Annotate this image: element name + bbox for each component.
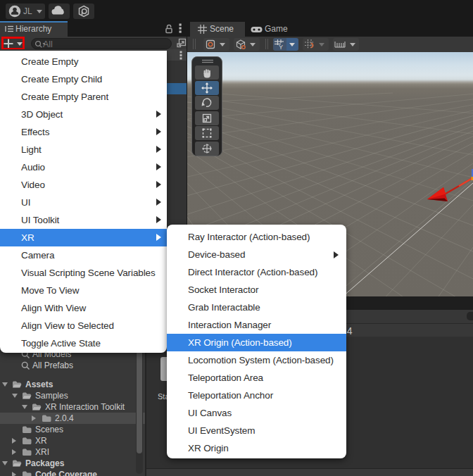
svg-text:Y: Y xyxy=(279,44,283,50)
svg-text:JL: JL xyxy=(23,6,32,16)
